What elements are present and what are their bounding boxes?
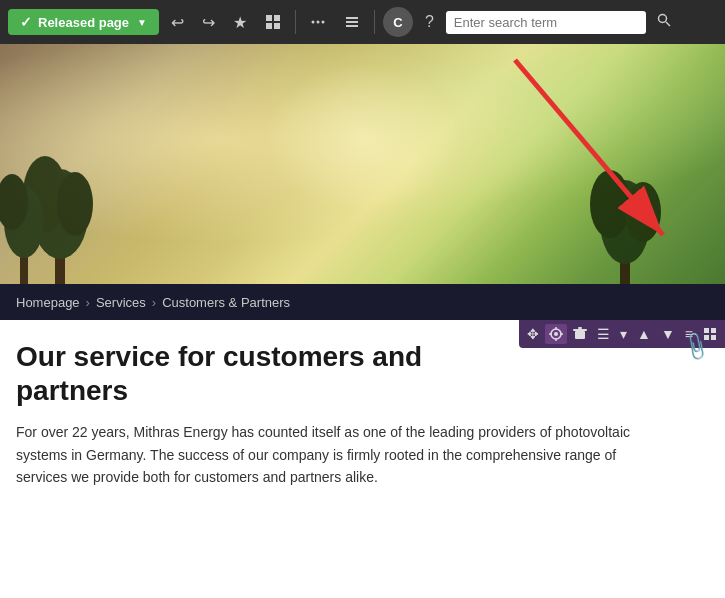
breadcrumb-bar: Homepage › Services › Customers & Partne… (0, 284, 725, 320)
svg-rect-7 (346, 17, 358, 19)
float-settings-button[interactable]: ☰ (593, 323, 614, 345)
svg-point-10 (658, 15, 666, 23)
released-label: Released page (38, 15, 129, 30)
check-icon: ✓ (20, 14, 32, 30)
released-page-wrapper: ✓ Released page ▼ (8, 9, 159, 35)
float-target-button[interactable] (545, 324, 567, 344)
hero-image (0, 44, 725, 284)
tree-right-svg (575, 104, 675, 284)
svg-rect-3 (274, 23, 280, 29)
search-input[interactable] (446, 11, 646, 34)
svg-point-5 (316, 21, 319, 24)
search-button[interactable] (652, 8, 676, 36)
svg-point-15 (57, 172, 93, 236)
redo-button[interactable]: ↪ (196, 9, 221, 36)
breadcrumb-customers-partners[interactable]: Customers & Partners (162, 295, 290, 310)
svg-rect-9 (346, 25, 358, 27)
svg-point-21 (590, 170, 630, 238)
page-title: Our service for customers and partners (16, 340, 536, 407)
svg-rect-8 (346, 21, 358, 23)
svg-rect-31 (578, 327, 582, 329)
svg-rect-2 (266, 23, 272, 29)
breadcrumb-homepage[interactable]: Homepage (16, 295, 80, 310)
svg-rect-33 (711, 328, 716, 333)
svg-line-11 (666, 22, 670, 26)
float-up-button[interactable]: ▲ (633, 323, 655, 345)
svg-rect-0 (266, 15, 272, 21)
svg-point-24 (554, 332, 558, 336)
page-body-text: For over 22 years, Mithras Energy has co… (16, 421, 636, 488)
svg-point-22 (625, 182, 661, 242)
released-page-button[interactable]: ✓ Released page ▼ (8, 9, 159, 35)
svg-point-6 (321, 21, 324, 24)
breadcrumb-sep-2: › (152, 295, 156, 310)
float-dropdown-button[interactable]: ▾ (616, 323, 631, 345)
breadcrumb-sep-1: › (86, 295, 90, 310)
svg-rect-1 (274, 15, 280, 21)
svg-rect-30 (573, 329, 587, 331)
main-content: ✥ ☰ ▾ ▲ ▼ ≡ (0, 320, 725, 504)
undo-button[interactable]: ↩ (165, 9, 190, 36)
paperclip-area: 📎 (684, 334, 709, 358)
svg-rect-32 (704, 328, 709, 333)
float-delete-button[interactable] (569, 324, 591, 344)
paperclip-icon: 📎 (680, 329, 714, 362)
toolbar-divider (295, 10, 296, 34)
grid-view-button[interactable] (259, 10, 287, 34)
top-toolbar: ✓ Released page ▼ ↩ ↪ ★ C ? (0, 0, 725, 44)
question-button[interactable]: ? (419, 9, 440, 35)
dots-menu-button[interactable] (304, 10, 332, 34)
breadcrumb-services[interactable]: Services (96, 295, 146, 310)
c-icon-button[interactable]: C (383, 7, 413, 37)
svg-rect-35 (711, 335, 716, 340)
tree-left-svg (0, 84, 120, 284)
svg-point-4 (311, 21, 314, 24)
float-move-button[interactable]: ✥ (523, 323, 543, 345)
toolbar-divider-2 (374, 10, 375, 34)
svg-rect-29 (575, 331, 585, 339)
float-down-button[interactable]: ▼ (657, 323, 679, 345)
bookmark-button[interactable]: ★ (227, 9, 253, 36)
list-button[interactable] (338, 10, 366, 34)
chevron-down-icon: ▼ (137, 17, 147, 28)
